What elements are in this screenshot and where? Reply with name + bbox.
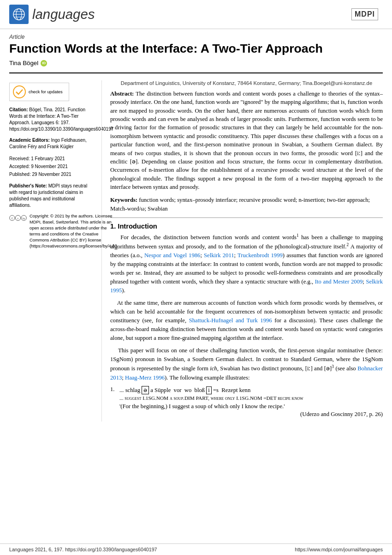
para3-cont3: ). The following example illustrates: xyxy=(165,374,249,381)
affiliation-line: Department of Linguistics, University of… xyxy=(110,80,383,86)
keywords-block: Keywords: function words; syntax–prosody… xyxy=(110,196,383,213)
keywords-text: function words; syntax–prosody interface… xyxy=(110,197,370,211)
received-label: Received: xyxy=(9,156,30,161)
example-block: 1. ... schlag ə a Süpple vor wo bloß i =… xyxy=(110,386,383,418)
link-ito-mester[interactable]: Ito and Mester 2009 xyxy=(315,278,363,285)
footer-right: https://www.mdpi.com/journal/languages xyxy=(295,547,383,552)
content-separator xyxy=(110,217,383,218)
globe-icon xyxy=(9,5,29,24)
abstract-label: Abstract: xyxy=(110,90,134,97)
example-num-spacer2 xyxy=(110,403,117,410)
accepted-date: 9 November 2021 xyxy=(31,164,68,169)
article-meta: Article Function Words at the Interface:… xyxy=(0,29,392,69)
check-for-updates-text: check for updates xyxy=(29,89,63,95)
keywords-label: Keywords: xyxy=(110,197,137,203)
publishers-note: Publisher's Note: MDPI stays neutral wit… xyxy=(9,183,93,209)
semi1: ; xyxy=(200,252,204,259)
section-title-text: Introduction xyxy=(118,223,157,230)
ich-text: ich xyxy=(210,366,217,372)
example-gloss: ... suggest I.1SG.NOM a soup.DIM PART, w… xyxy=(119,395,303,402)
publishers-note-label: Publisher's Note: xyxy=(9,183,47,188)
svg-point-6 xyxy=(13,86,25,98)
author-name: Tina Bögel xyxy=(9,60,38,66)
intro-paragraph-3: This paper will focus on one of these ch… xyxy=(110,346,383,382)
para3-cont2: (see also xyxy=(334,366,357,372)
example-translation: '(For the beginning,) I suggest a soup o… xyxy=(119,403,285,410)
editors-block: Academic Editors: Ingo Feldhausen, Carol… xyxy=(9,137,93,150)
link-nespor-vogel[interactable]: Nespor and Vogel 1986 xyxy=(144,252,201,259)
mdpi-logo: MDPI xyxy=(351,8,378,20)
header-left: languages xyxy=(9,5,95,24)
example-row-3: '(For the beginning,) I suggest a soup o… xyxy=(110,403,383,410)
cc-icon: c c by xyxy=(9,214,27,222)
orcid-icon: ID xyxy=(41,60,47,66)
abstract-text: The distinction between function words a… xyxy=(110,90,383,190)
article-label: Article xyxy=(9,34,383,40)
published-label: Published: xyxy=(9,172,31,177)
received-date: 1 February 2021 xyxy=(31,156,65,161)
svg-text:by: by xyxy=(23,217,25,220)
content-area: check for updates Citation: Bögel, Tina.… xyxy=(0,73,392,426)
link-shattuck[interactable]: Shattuck-Hufnagel and Turk 1996 xyxy=(189,317,272,324)
footer-left: Languages 2021, 6, 197. https://doi.org/… xyxy=(9,547,157,552)
boxed-i: i xyxy=(206,386,212,394)
section-number: 1. xyxy=(110,223,116,230)
dates-block: Received: 1 February 2021 Accepted: 9 No… xyxy=(9,155,93,178)
link-haag-merz[interactable]: Haag-Merz 1996 xyxy=(125,374,165,381)
intro-paragraph-2: At the same time, there are numerous acc… xyxy=(110,299,383,343)
example-number: 1. xyxy=(110,386,117,394)
editors-label: Academic Editors: xyxy=(9,138,50,143)
article-title: Function Words at the Interface: A Two-T… xyxy=(9,41,383,56)
example-line1: ... schlag ə a Süpple vor wo bloß i =s R… xyxy=(119,386,250,394)
journal-name-text: languages xyxy=(32,6,95,22)
journal-logo: languages xyxy=(9,5,95,24)
right-column: Department of Linguistics, University of… xyxy=(101,80,383,422)
intro-paragraph-1: For decades, the distinction between fun… xyxy=(110,233,383,295)
check-updates-badge: check for updates xyxy=(9,83,69,101)
para1-cont4: ). xyxy=(122,287,125,294)
left-column: check for updates Citation: Bögel, Tina.… xyxy=(9,80,101,422)
svg-text:c: c xyxy=(18,217,19,220)
link-selkirk-2011[interactable]: Selkirk 2011 xyxy=(204,252,234,259)
section-title-introduction: 1. Introduction xyxy=(110,223,383,230)
citation-block: Citation: Bögel, Tina. 2021. Function Wo… xyxy=(9,107,93,133)
link-truckenbrodt[interactable]: Truckenbrodt 1999 xyxy=(238,252,283,259)
para3-cont: , Swabian has two distinct pronouns, [iː… xyxy=(217,366,332,372)
check-updates-section: check for updates xyxy=(9,83,93,101)
boxed-schwa: ə xyxy=(142,386,149,394)
published-date: 29 November 2021 xyxy=(32,172,71,177)
author-line: Tina Bögel ID xyxy=(9,60,383,66)
semi2: ; xyxy=(234,252,238,259)
para1-text: For decades, the distinction between fun… xyxy=(120,234,297,241)
abstract-block: Abstract: The distinction between functi… xyxy=(110,90,383,191)
footnote-2: 2 xyxy=(346,242,349,247)
citation-label: Citation: xyxy=(9,107,28,112)
footer: Languages 2021, 6, 197. https://doi.org/… xyxy=(0,543,392,555)
cc-block: c c by Copyright: © 2021 by the authors.… xyxy=(9,213,93,249)
example-row-2: ... suggest I.1SG.NOM a soup.DIM PART, w… xyxy=(110,395,383,402)
accepted-label: Accepted: xyxy=(9,164,30,169)
check-for-updates-icon xyxy=(12,85,26,99)
example-num-spacer xyxy=(110,395,117,402)
example-attribution: (Uderzo and Goscinny 2017, p. 26) xyxy=(110,411,383,418)
header: languages MDPI xyxy=(0,0,392,29)
semi4: ; xyxy=(122,374,125,381)
attribution-text: (Uderzo and Goscinny 2017, p. 26) xyxy=(300,411,383,417)
svg-text:c: c xyxy=(12,217,13,220)
example-row-1: 1. ... schlag ə a Süpple vor wo bloß i =… xyxy=(110,386,383,394)
page: languages MDPI Article Function Words at… xyxy=(0,0,392,555)
